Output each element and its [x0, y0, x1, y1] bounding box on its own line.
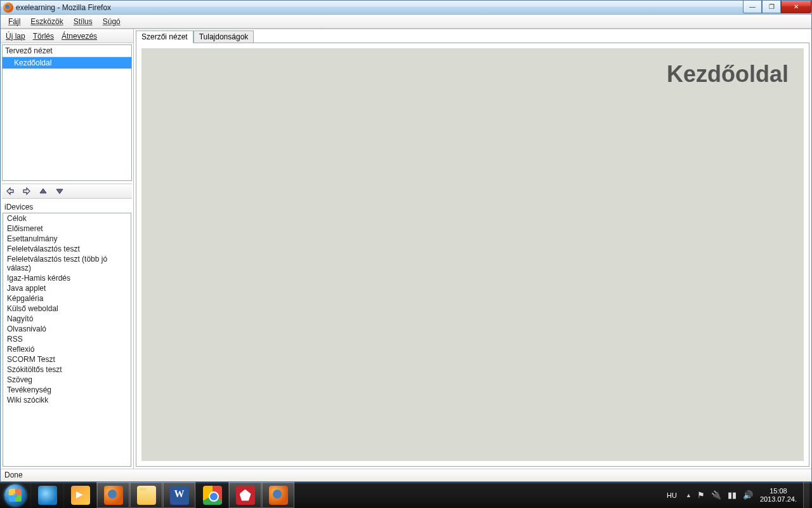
tabs: Szerzői nézet Tulajdonságok: [136, 30, 809, 43]
page-actions: Új lap Törlés Átnevezés: [1, 29, 133, 43]
titlebar[interactable]: exelearning - Mozilla Firefox — ❐ ✕: [1, 1, 811, 15]
taskbar-acrobat[interactable]: [228, 482, 261, 508]
menu-tools[interactable]: Eszközök: [25, 16, 68, 27]
menubar: Fájl Eszközök Stílus Súgó: [1, 15, 811, 29]
outline-panel: Tervező nézet Kezdőoldal: [2, 44, 132, 181]
system-tray: HU ▲ ⚑ 🔌 ▮▮ 🔊 15:08 2013.07.24.: [660, 482, 812, 508]
menu-file[interactable]: Fájl: [3, 16, 25, 27]
idevice-item[interactable]: Szöveg: [3, 375, 131, 385]
word-icon: [170, 486, 189, 505]
volume-icon[interactable]: 🔊: [740, 490, 756, 500]
idevice-item[interactable]: Előismeret: [3, 224, 131, 234]
idevice-item[interactable]: Reflexió: [3, 344, 131, 354]
page-canvas[interactable]: Kezdőoldal: [141, 48, 804, 461]
tab-properties[interactable]: Tulajdonságok: [193, 30, 254, 43]
firefox-icon: [269, 486, 288, 505]
language-indicator[interactable]: HU: [660, 491, 683, 499]
taskbar-explorer[interactable]: [129, 482, 162, 508]
statusbar: Done: [1, 469, 811, 481]
clock-date: 2013.07.24.: [760, 495, 797, 504]
idevice-item[interactable]: Wiki szócikk: [3, 395, 131, 405]
outline-item-home[interactable]: Kezdőoldal: [3, 57, 131, 69]
idevice-item[interactable]: Nagyító: [3, 314, 131, 324]
rename-page-button[interactable]: Átnevezés: [58, 30, 101, 42]
idevice-item[interactable]: Esettanulmány: [3, 234, 131, 244]
taskbar-ie[interactable]: [30, 482, 63, 508]
move-down-icon[interactable]: [55, 187, 64, 196]
power-icon[interactable]: 🔌: [708, 490, 724, 500]
menu-help[interactable]: Súgó: [98, 16, 126, 27]
idevice-item[interactable]: RSS: [3, 334, 131, 344]
idevice-item[interactable]: Külső weboldal: [3, 304, 131, 314]
chrome-icon: [203, 486, 222, 505]
taskbar-chrome[interactable]: [195, 482, 228, 508]
minimize-button[interactable]: —: [743, 1, 762, 13]
firefox-icon: [104, 486, 123, 505]
flag-icon[interactable]: ⚑: [694, 490, 708, 500]
delete-page-button[interactable]: Törlés: [29, 30, 58, 42]
idevice-item[interactable]: Feleletválasztós teszt: [3, 244, 131, 254]
app-window: exelearning - Mozilla Firefox — ❐ ✕ Fájl…: [0, 0, 812, 482]
idevice-item[interactable]: Feleletválasztós teszt (több jó válasz): [3, 254, 131, 273]
app-body: Új lap Törlés Átnevezés Tervező nézet Ke…: [1, 29, 811, 469]
network-icon[interactable]: ▮▮: [724, 490, 740, 500]
taskbar-firefox-2[interactable]: [261, 482, 294, 508]
start-button[interactable]: [0, 482, 30, 508]
close-button[interactable]: ✕: [781, 1, 811, 13]
outline-nav-arrows: [2, 184, 132, 199]
ie-icon: [38, 486, 57, 505]
content-pane: Kezdőoldal: [136, 43, 809, 467]
page-title: Kezdőoldal: [667, 61, 789, 88]
menu-style[interactable]: Stílus: [69, 16, 98, 27]
idevice-item[interactable]: Tevékenység: [3, 385, 131, 395]
acrobat-icon: [236, 486, 255, 505]
taskbar-word[interactable]: [162, 482, 195, 508]
promote-arrow-icon[interactable]: [6, 187, 15, 196]
main-area: Szerzői nézet Tulajdonságok Kezdőoldal: [134, 29, 811, 469]
idevice-item[interactable]: Olvasnivaló: [3, 324, 131, 334]
idevice-item[interactable]: Java applet: [3, 283, 131, 293]
window-controls: — ❐ ✕: [743, 1, 811, 14]
taskbar-apps: [30, 482, 294, 508]
window-title: exelearning - Mozilla Firefox: [16, 3, 111, 12]
idevice-item[interactable]: Igaz-Hamis kérdés: [3, 273, 131, 283]
mediaplayer-icon: [71, 486, 90, 505]
idevice-item[interactable]: SCORM Teszt: [3, 354, 131, 364]
clock-time: 15:08: [760, 487, 797, 495]
windows-logo-icon: [4, 485, 26, 506]
taskbar-firefox-1[interactable]: [96, 482, 129, 508]
folder-icon: [137, 486, 156, 505]
move-up-icon[interactable]: [39, 187, 48, 196]
idevices-label: iDevices: [1, 200, 133, 213]
clock[interactable]: 15:08 2013.07.24.: [756, 487, 801, 504]
taskbar: HU ▲ ⚑ 🔌 ▮▮ 🔊 15:08 2013.07.24.: [0, 482, 812, 508]
idevice-item[interactable]: Szókitöltős teszt: [3, 364, 131, 375]
tab-authoring[interactable]: Szerzői nézet: [136, 30, 193, 43]
new-page-button[interactable]: Új lap: [2, 30, 29, 42]
outline-header: Tervező nézet: [3, 45, 131, 57]
maximize-button[interactable]: ❐: [762, 1, 781, 13]
idevice-item[interactable]: Célok: [3, 213, 131, 224]
tray-overflow-icon[interactable]: ▲: [683, 492, 694, 498]
show-desktop-button[interactable]: [803, 482, 809, 508]
demote-arrow-icon[interactable]: [22, 187, 31, 196]
idevice-item[interactable]: Képgaléria: [3, 293, 131, 304]
firefox-icon: [3, 3, 13, 13]
svg-marker-0: [40, 189, 46, 193]
svg-marker-1: [56, 189, 63, 194]
idevices-list: CélokElőismeretEsettanulmányFeleletválas…: [3, 213, 131, 467]
taskbar-mediaplayer[interactable]: [63, 482, 96, 508]
sidebar: Új lap Törlés Átnevezés Tervező nézet Ke…: [1, 29, 134, 469]
